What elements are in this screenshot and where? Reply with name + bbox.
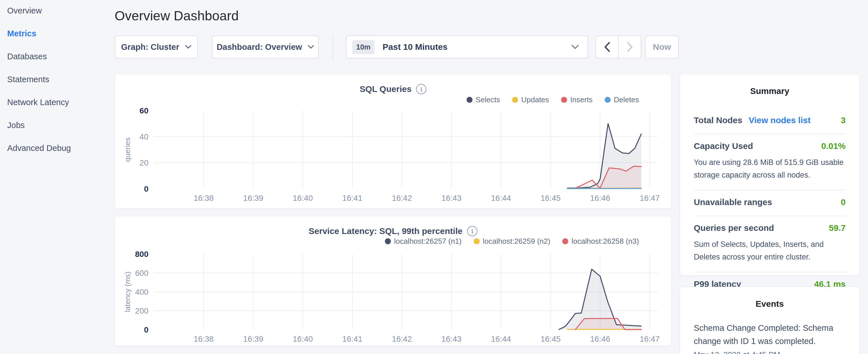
events-title: Events <box>680 299 859 309</box>
next-time-button[interactable] <box>618 36 641 58</box>
svg-text:16:38: 16:38 <box>194 334 214 344</box>
summary-row-queries-per-second: Queries per second59.7Sum of Selects, Up… <box>694 216 846 272</box>
chevron-right-icon <box>627 42 633 52</box>
sidebar-item-advanced-debug[interactable]: Advanced Debug <box>0 137 115 160</box>
svg-text:16:39: 16:39 <box>243 194 264 202</box>
svg-text:16:44: 16:44 <box>491 194 511 202</box>
svg-text:16:45: 16:45 <box>540 334 560 344</box>
summary-row-value: 0.01% <box>821 141 846 151</box>
sidebar-item-network-latency[interactable]: Network Latency <box>0 91 115 114</box>
svg-text:400: 400 <box>135 288 149 296</box>
summary-row-label: Unavailable ranges <box>694 197 772 207</box>
sidebar-item-databases[interactable]: Databases <box>0 45 115 68</box>
sql-queries-chart-panel: SQL Queries i SelectsUpdatesInsertsDelet… <box>115 74 672 209</box>
svg-text:200: 200 <box>135 307 149 315</box>
svg-text:16:47: 16:47 <box>640 334 660 344</box>
summary-row-unavailable-ranges: Unavailable ranges0 <box>694 190 846 216</box>
previous-time-button[interactable] <box>596 36 618 58</box>
svg-text:16:39: 16:39 <box>243 334 264 344</box>
event-timestamp: May 13, 2020 at 4:45 PM <box>694 351 846 354</box>
svg-text:0: 0 <box>144 325 149 334</box>
summary-row-subtext: Sum of Selects, Updates, Inserts, and De… <box>694 238 846 263</box>
chevron-down-icon <box>308 45 314 49</box>
summary-row-total-nodes: Total NodesView nodes list3 <box>694 108 846 134</box>
chevron-down-icon <box>185 45 191 49</box>
summary-panel: Summary Total NodesView nodes list3Capac… <box>680 74 860 276</box>
sidebar-item-statements[interactable]: Statements <box>0 68 115 91</box>
sidebar-nav-list: OverviewMetricsDatabasesStatementsNetwor… <box>0 0 115 160</box>
summary-rows: Total NodesView nodes list3Capacity Used… <box>680 108 859 297</box>
svg-text:16:42: 16:42 <box>392 334 412 344</box>
summary-row-value: 59.7 <box>829 223 846 233</box>
svg-text:latency (ms): latency (ms) <box>123 271 132 312</box>
sidebar: OverviewMetricsDatabasesStatementsNetwor… <box>0 0 115 354</box>
summary-row-capacity-used: Capacity Used0.01%You are using 28.6 MiB… <box>694 134 846 190</box>
svg-text:0: 0 <box>144 185 149 193</box>
sidebar-item-jobs[interactable]: Jobs <box>0 114 115 137</box>
page-title: Overview Dashboard <box>115 8 239 24</box>
svg-text:16:42: 16:42 <box>392 194 412 202</box>
summary-row-subtext: You are using 28.6 MiB of 515.9 GiB usab… <box>694 156 846 181</box>
time-range-label: Past 10 Minutes <box>382 42 447 52</box>
svg-text:16:41: 16:41 <box>342 194 362 202</box>
service-latency-chart-panel: Service Latency: SQL, 99th percentile i … <box>115 216 672 346</box>
svg-text:16:45: 16:45 <box>540 194 560 202</box>
now-button-label: Now <box>653 42 671 52</box>
svg-text:16:46: 16:46 <box>590 194 610 202</box>
graph-select-dropdown[interactable]: Graph: Cluster <box>115 35 198 58</box>
svg-text:16:47: 16:47 <box>640 194 660 202</box>
svg-text:16:44: 16:44 <box>491 334 511 344</box>
events-list: Schema Change Completed: Schema change w… <box>680 321 859 354</box>
time-step-buttons <box>595 35 641 58</box>
time-range-picker[interactable]: 10m Past 10 Minutes <box>346 35 588 58</box>
svg-text:40: 40 <box>140 132 149 141</box>
svg-text:16:38: 16:38 <box>194 194 214 202</box>
time-range-badge: 10m <box>352 40 375 54</box>
events-panel: Events Schema Change Completed: Schema c… <box>680 287 860 354</box>
svg-text:16:40: 16:40 <box>293 194 313 202</box>
svg-text:60: 60 <box>140 106 149 115</box>
svg-text:queries: queries <box>123 137 132 162</box>
svg-text:16:41: 16:41 <box>342 334 362 344</box>
graph-select-label: Graph: Cluster <box>121 42 179 52</box>
summary-row-value: 3 <box>841 116 846 125</box>
svg-text:20: 20 <box>140 158 149 167</box>
event-text: Schema Change Completed: Schema change w… <box>694 321 846 348</box>
svg-text:16:46: 16:46 <box>590 334 610 344</box>
svg-text:16:40: 16:40 <box>293 334 313 344</box>
summary-row-label: Total Nodes <box>694 116 742 125</box>
summary-title: Summary <box>680 86 859 96</box>
svg-text:16:43: 16:43 <box>441 194 461 202</box>
now-button[interactable]: Now <box>645 35 679 58</box>
chevron-left-icon <box>604 42 610 52</box>
view-nodes-list-link[interactable]: View nodes list <box>748 116 810 125</box>
chevron-down-icon <box>571 45 579 49</box>
sql-queries-chart[interactable]: 020406016:3816:3916:4016:4116:4216:4316:… <box>115 74 671 208</box>
summary-row-value: 0 <box>841 197 846 207</box>
summary-row-label: Capacity Used <box>694 141 753 151</box>
dashboard-select-label: Dashboard: Overview <box>217 42 302 52</box>
summary-row-label: Queries per second <box>694 223 774 233</box>
controls-divider <box>333 35 333 59</box>
service-latency-chart[interactable]: 020040060080016:3816:3916:4016:4116:4216… <box>115 216 671 346</box>
sidebar-item-metrics[interactable]: Metrics <box>0 22 115 45</box>
svg-text:800: 800 <box>135 250 149 259</box>
dashboard-select-dropdown[interactable]: Dashboard: Overview <box>212 35 319 58</box>
svg-text:16:43: 16:43 <box>441 334 461 344</box>
sidebar-item-overview[interactable]: Overview <box>0 0 115 22</box>
svg-text:600: 600 <box>135 269 149 278</box>
